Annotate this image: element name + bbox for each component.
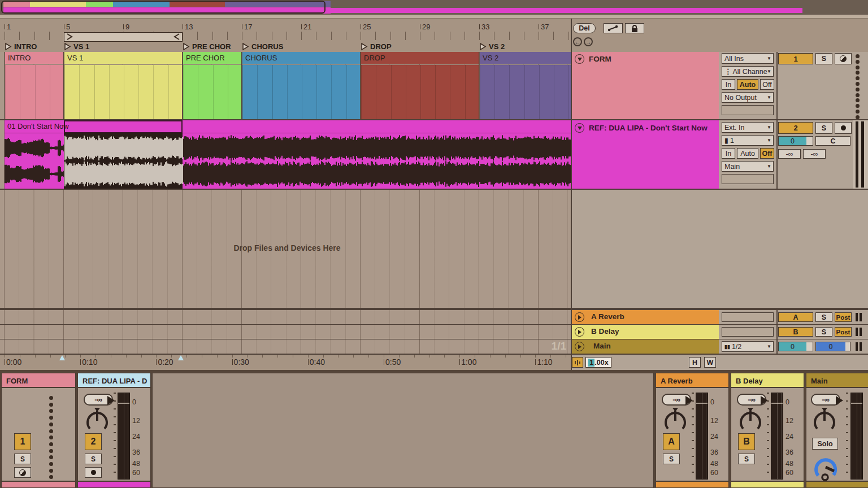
loop-end-marker-icon[interactable]: [178, 355, 184, 360]
return-activator[interactable]: B: [778, 327, 813, 337]
locator[interactable]: INTRO: [5, 41, 37, 51]
draw-mode-button[interactable]: [604, 23, 623, 33]
volume-field-a[interactable]: -∞: [778, 149, 801, 159]
lock-envelopes-button[interactable]: [625, 23, 644, 33]
arrangement-overview[interactable]: [0, 0, 868, 15]
fold-track-icon[interactable]: [575, 123, 584, 133]
delete-button[interactable]: Del: [573, 23, 596, 33]
main-output-select[interactable]: ▮▮1/2▼: [722, 341, 774, 352]
zoom-height-button[interactable]: H: [689, 357, 701, 368]
return-name[interactable]: A Reverb: [591, 312, 624, 321]
pan-slider[interactable]: 0: [778, 136, 813, 146]
track-name[interactable]: FORM: [589, 55, 611, 63]
arrangement-clip[interactable]: INTRO: [5, 52, 64, 119]
return-header-a[interactable]: A Reverb: [572, 310, 719, 324]
return-lane-a[interactable]: [0, 310, 571, 324]
input-type-select[interactable]: All Ins▼: [722, 53, 774, 64]
crossfade-assign-button[interactable]: [14, 467, 31, 478]
arm-button[interactable]: [85, 467, 102, 478]
clip-title[interactable]: INTRO: [5, 52, 63, 64]
scrub-strip[interactable]: [0, 15, 868, 19]
channel-header[interactable]: Main: [806, 373, 868, 388]
playback-speed-field[interactable]: 1.00x: [585, 357, 611, 368]
cue-volume-knob[interactable]: [811, 452, 840, 482]
main-pan-slider[interactable]: 0: [778, 342, 813, 351]
arrangement-clip[interactable]: VS 1: [64, 52, 183, 119]
output-select[interactable]: Main▼: [722, 161, 774, 172]
arrangement-clip[interactable]: CHORUS: [242, 52, 361, 119]
output-select[interactable]: No Output▼: [722, 92, 774, 103]
return-lane-b[interactable]: [0, 325, 571, 339]
mixer-channel-return-b[interactable]: B Delay -∞ B S 01224364860: [731, 373, 804, 488]
locator[interactable]: DROP: [361, 41, 392, 51]
return-activator[interactable]: A: [778, 312, 813, 322]
track-activator[interactable]: 2: [778, 122, 813, 134]
track-header-ref[interactable]: REF: DUA LIPA - Don't Start Now: [572, 120, 719, 189]
monitor-off-button[interactable]: Off: [760, 79, 774, 90]
overview-viewport[interactable]: [1, 1, 326, 14]
monitor-off-button[interactable]: Off: [760, 148, 774, 159]
volume-field-b[interactable]: -∞: [803, 149, 826, 159]
pan-knob[interactable]: [735, 403, 766, 432]
mixer-channel-main[interactable]: Main -∞ Solo: [806, 373, 868, 488]
clip-body[interactable]: [183, 65, 241, 119]
pan-knob[interactable]: [659, 403, 691, 432]
crossfade-c-button[interactable]: C: [815, 136, 850, 146]
pan-knob[interactable]: [81, 403, 113, 432]
crossfade-assign-button[interactable]: [835, 53, 852, 64]
input-channel-select[interactable]: ▮1▼: [722, 135, 774, 146]
channel-header[interactable]: FORM: [2, 373, 75, 388]
solo-button[interactable]: S: [663, 454, 680, 464]
monitor-in-button[interactable]: In: [722, 148, 735, 159]
pre-post-toggle[interactable]: Post: [835, 312, 852, 322]
channel-header[interactable]: A Reverb: [656, 373, 728, 388]
return-name[interactable]: B Delay: [591, 327, 619, 336]
zoom-width-button[interactable]: W: [704, 357, 716, 368]
main-volume-slider[interactable]: 0: [815, 342, 850, 351]
monitor-auto-button[interactable]: Auto: [737, 148, 758, 159]
clip-body[interactable]: [361, 65, 479, 119]
solo-cue-button[interactable]: Solo: [812, 438, 838, 450]
main-lane[interactable]: 1/1: [0, 339, 571, 354]
return-header-b[interactable]: B Delay: [572, 325, 719, 339]
monitor-auto-button[interactable]: Auto: [737, 79, 758, 90]
pan-knob[interactable]: [809, 403, 840, 432]
locator[interactable]: VS 2: [479, 41, 505, 51]
loop-start-marker-icon[interactable]: [59, 355, 65, 360]
clip-title[interactable]: CHORUS: [242, 52, 360, 64]
solo-button[interactable]: S: [815, 327, 832, 337]
output-channel-box[interactable]: [722, 105, 774, 115]
drop-area[interactable]: Drop Files and Devices Here: [0, 190, 571, 308]
arm-button[interactable]: [835, 122, 852, 134]
monitor-in-button[interactable]: In: [722, 79, 735, 90]
track-header-form[interactable]: FORM: [572, 52, 719, 119]
clip-title[interactable]: DROP: [361, 52, 479, 64]
track-activator[interactable]: 1: [14, 433, 31, 450]
channel-header[interactable]: REF: DUA LIPA - D: [78, 373, 150, 388]
return-activator[interactable]: B: [738, 433, 755, 450]
clip-body[interactable]: [64, 65, 182, 119]
main-track-name[interactable]: Main: [593, 342, 611, 350]
output-channel-box[interactable]: [722, 174, 774, 184]
solo-button[interactable]: S: [815, 122, 832, 134]
input-type-select[interactable]: Ext. In▼: [722, 122, 774, 133]
track-name[interactable]: REF: DUA LIPA - Don't Start Now: [589, 124, 708, 132]
track-activator[interactable]: 1: [778, 53, 813, 64]
clip-body[interactable]: [242, 65, 360, 119]
nudge-back-button[interactable]: ←: [573, 37, 582, 46]
fold-track-icon[interactable]: [575, 54, 584, 64]
mixer-channel-return-a[interactable]: A Reverb -∞ A S 01224364860: [656, 373, 729, 488]
main-track-header[interactable]: Main: [572, 339, 719, 354]
arrangement-clip[interactable]: PRE CHOR: [183, 52, 242, 119]
clip-title[interactable]: VS 1: [64, 52, 182, 64]
clip-title[interactable]: PRE CHOR: [183, 52, 241, 64]
solo-button[interactable]: S: [14, 454, 31, 464]
return-activator[interactable]: A: [663, 433, 680, 450]
unfold-return-icon[interactable]: [575, 312, 584, 322]
channel-header[interactable]: B Delay: [731, 373, 804, 388]
loop-brace[interactable]: [64, 32, 183, 42]
locator[interactable]: VS 1: [64, 41, 89, 51]
solo-button[interactable]: S: [815, 312, 832, 322]
arrangement-clip[interactable]: DROP: [361, 52, 479, 119]
pre-post-toggle[interactable]: Post: [835, 327, 852, 337]
